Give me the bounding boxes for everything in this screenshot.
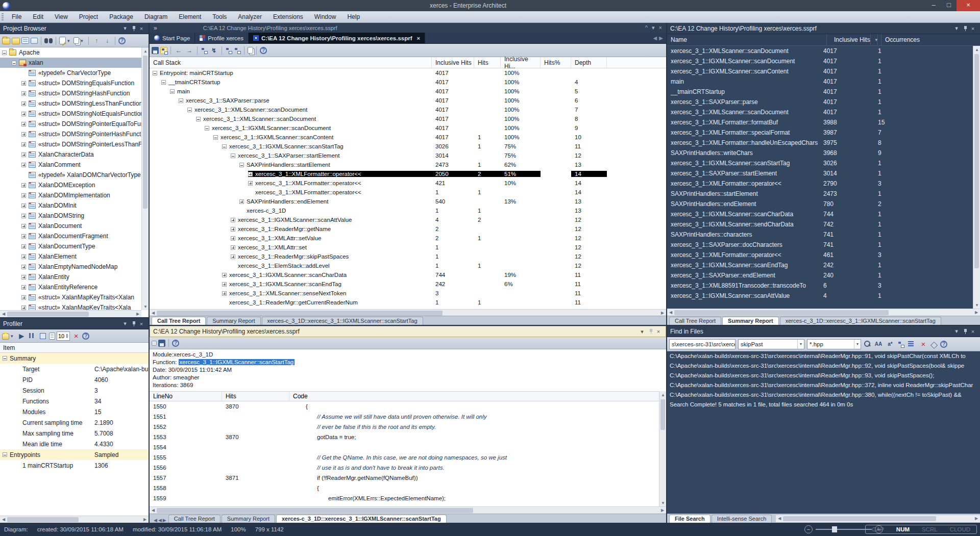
column-inclusive-hits-pct[interactable]: Inclusive Hi... bbox=[501, 57, 541, 68]
search-tab[interactable]: Intelli-sense Search bbox=[712, 515, 772, 523]
summary-row[interactable]: xercesc_3_1::XMLFormatter::operator<<461… bbox=[667, 250, 973, 260]
stepper-down-icon[interactable]: ▼ bbox=[65, 336, 68, 339]
call-stack-row[interactable]: xercesc_3_1::IGXMLScanner::scanEndTag242… bbox=[150, 279, 666, 289]
expand-icon[interactable] bbox=[21, 285, 26, 290]
search-icon[interactable] bbox=[44, 38, 53, 44]
help-icon[interactable]: ? bbox=[260, 47, 267, 54]
menu-item-help[interactable]: Help bbox=[341, 11, 365, 22]
expand-icon[interactable] bbox=[21, 122, 26, 126]
pin-icon[interactable] bbox=[961, 25, 969, 32]
call-stack-row[interactable]: xercesc_3_1::XMLAttr::setValue2112 bbox=[150, 234, 666, 243]
run-search-icon[interactable] bbox=[864, 340, 871, 348]
whole-word-icon[interactable]: a* bbox=[886, 340, 895, 349]
chevron-down-icon[interactable]: ▾ bbox=[11, 334, 15, 339]
pin-icon[interactable] bbox=[646, 328, 654, 335]
report-tab[interactable]: Call Tree Report bbox=[152, 317, 206, 325]
pin-icon[interactable] bbox=[961, 328, 969, 335]
summary-row[interactable]: xercesc_3_1::IGXMLScanner::sendCharData7… bbox=[667, 219, 973, 229]
expand-icon[interactable] bbox=[21, 81, 26, 86]
project-tree-item[interactable]: XalanDOMString bbox=[0, 211, 141, 221]
summary-hscrollbar[interactable]: ◀ ▶ bbox=[667, 309, 980, 316]
scroll-down-icon[interactable]: ▼ bbox=[142, 303, 149, 310]
collapse-icon[interactable] bbox=[170, 89, 175, 94]
expand-icon[interactable] bbox=[231, 218, 235, 222]
help-icon[interactable]: ? bbox=[118, 37, 126, 44]
menu-item-edit[interactable]: Edit bbox=[27, 11, 49, 22]
column-inclusive-hits[interactable]: Inclusive Hits▾ bbox=[827, 34, 881, 45]
summary-row[interactable]: xercesc_3_1::XML88591Transcoder::transco… bbox=[667, 280, 973, 291]
save-icon[interactable] bbox=[152, 47, 159, 54]
profiler-row[interactable]: Mean idle time4.4330 bbox=[0, 439, 149, 449]
collapse-icon[interactable] bbox=[3, 452, 7, 457]
forward-icon[interactable]: → bbox=[185, 46, 194, 55]
function-report-header[interactable]: C:\EA 12 Change History\Profiling xerces… bbox=[150, 326, 666, 337]
expand-icon[interactable] bbox=[231, 245, 235, 250]
chevron-down-icon[interactable]: ▾ bbox=[67, 38, 72, 43]
profiler-column-header[interactable]: Item bbox=[0, 343, 149, 353]
project-tree-item[interactable]: «struct» DOMStringPointerHashFunction bbox=[0, 129, 141, 139]
menu-item-file[interactable]: File bbox=[6, 11, 27, 22]
report-tab[interactable]: Call Tree Report bbox=[168, 515, 220, 523]
summary-row[interactable]: xercesc_3_1::IGXMLScanner::scanStartTag3… bbox=[667, 158, 973, 168]
expand-icon[interactable] bbox=[222, 291, 227, 296]
expand-icon[interactable] bbox=[21, 142, 26, 147]
report-tab[interactable]: xerces-c_3_1D::xercesc_3_1::IGXMLScanner… bbox=[276, 515, 447, 523]
call-stack-row[interactable]: xerces-c_3_1D1113 bbox=[150, 206, 666, 215]
collapse-icon[interactable] bbox=[161, 80, 166, 85]
expand-icon[interactable] bbox=[231, 236, 235, 241]
expand-icon[interactable] bbox=[239, 199, 244, 204]
project-tree-hscrollbar[interactable]: ◀ ▶ bbox=[0, 310, 141, 317]
report-tab[interactable]: xerces-c_3_1D::xercesc_3_1::IGXMLScanner… bbox=[780, 317, 941, 325]
menu-item-extensions[interactable]: Extensions bbox=[267, 11, 309, 22]
project-tree-item[interactable]: «struct» XalanMapKeyTraits<Xalan bbox=[0, 292, 141, 302]
document-tab[interactable]: Profile xerces bbox=[195, 33, 249, 43]
collapse-icon[interactable] bbox=[239, 163, 244, 167]
expand-icon[interactable] bbox=[21, 193, 26, 198]
call-stack-row[interactable]: xercesc_3_1::XMLAttr::set112 bbox=[150, 243, 666, 252]
project-tree-item[interactable]: XalanDocumentFragment bbox=[0, 231, 141, 241]
call-stack-row[interactable]: xercesc_3_1::ReaderMgr::skipPastSpaces11… bbox=[150, 252, 666, 261]
report-tab[interactable]: Summary Report bbox=[222, 515, 275, 523]
toggle-call-graph-icon[interactable] bbox=[160, 47, 167, 54]
profiler-row[interactable]: Current sampling time2.1890 bbox=[0, 417, 149, 428]
column-hits[interactable]: Hits bbox=[222, 392, 289, 401]
stop-icon[interactable] bbox=[152, 341, 157, 346]
project-browser-header[interactable]: Project Browser ▾ × bbox=[0, 23, 149, 34]
search-result-line[interactable]: C:\Apache\xalan-builds\xerces-src-31\src… bbox=[670, 351, 980, 361]
call-stack-row[interactable]: xercesc_3_1::IGXMLScanner::scanStartTag3… bbox=[150, 142, 666, 151]
tab-scroll-left-icon[interactable]: ◀ bbox=[154, 518, 157, 523]
minimize-button[interactable]: – bbox=[926, 0, 941, 11]
zoom-slider[interactable] bbox=[816, 529, 872, 530]
call-stack-row[interactable]: xercesc_3_1::XMLScanner::senseNextToken3… bbox=[150, 289, 666, 298]
summary-row[interactable]: xercesc_3_1::XMLFormatter::specialFormat… bbox=[667, 127, 973, 138]
column-name[interactable]: Name bbox=[667, 34, 827, 45]
scroll-up-icon[interactable]: ▲ bbox=[659, 391, 667, 398]
pin-icon[interactable] bbox=[129, 25, 137, 32]
code-line-row[interactable]: 1554 bbox=[150, 442, 659, 452]
summary-vscrollbar[interactable]: ▲ ▼ bbox=[973, 46, 980, 309]
summary-row[interactable]: xercesc_3_1::IGXMLScanner::scanDocument4… bbox=[667, 56, 973, 66]
project-tree-item[interactable]: XalanComment bbox=[0, 160, 141, 170]
move-up-icon[interactable]: ↑ bbox=[92, 36, 101, 45]
profiler-row[interactable]: Max sampling time5.7008 bbox=[0, 428, 149, 439]
new-package-icon[interactable] bbox=[12, 38, 20, 44]
scroll-down-icon[interactable]: ▼ bbox=[973, 301, 980, 309]
profiler-row[interactable]: TargetC:\Apache\xalan-bu bbox=[0, 364, 149, 374]
call-stack-row[interactable]: main4017100%5 bbox=[150, 87, 666, 96]
summary-row[interactable]: SAXPrintHandlers::endElement7802 bbox=[667, 199, 973, 209]
collapse-icon[interactable] bbox=[205, 126, 209, 131]
function-name-highlighted[interactable]: xercesc_3_1::IGXMLScanner::scanStartTag bbox=[179, 359, 295, 365]
maximize-button[interactable]: □ bbox=[941, 0, 957, 11]
discard-icon[interactable]: × bbox=[71, 331, 81, 341]
collapse-icon[interactable] bbox=[2, 50, 7, 55]
find-in-files-header[interactable]: Find in Files ▾ × bbox=[667, 326, 980, 337]
summary-row[interactable]: xercesc_3_1::SAXParser::parse40171 bbox=[667, 97, 973, 107]
scroll-left-icon[interactable]: ◀ bbox=[0, 311, 7, 318]
report-icon[interactable] bbox=[49, 333, 55, 340]
back-icon[interactable]: ← bbox=[174, 46, 183, 55]
search-result-line[interactable]: C:\Apache\xalan-builds\xerces-src-31\src… bbox=[670, 380, 980, 390]
new-model-icon[interactable] bbox=[2, 38, 10, 44]
project-tree-item[interactable]: XalanEmptyNamedNodeMap bbox=[0, 262, 141, 272]
code-hscrollbar[interactable]: ◀ ▶ bbox=[150, 506, 666, 514]
summary-row[interactable]: xercesc_3_1::XMLScanner::scanDocument401… bbox=[667, 107, 973, 117]
